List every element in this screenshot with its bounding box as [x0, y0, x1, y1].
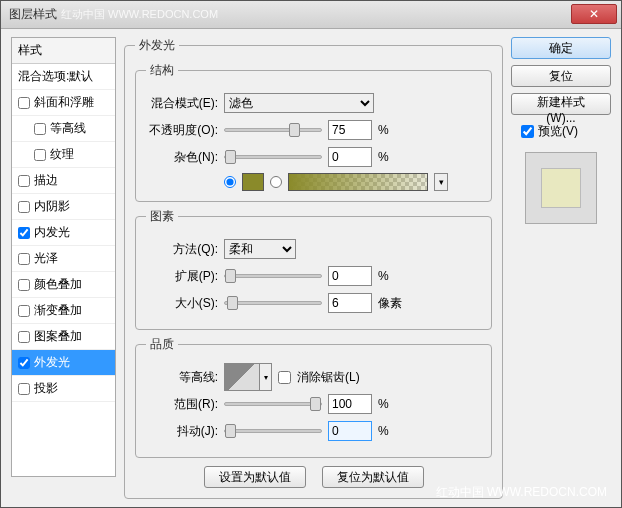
range-unit: % [378, 397, 408, 411]
sidebar-label-6: 内发光 [34, 224, 70, 241]
sidebar-item-0[interactable]: 混合选项:默认 [12, 64, 115, 90]
spread-label: 扩展(P): [146, 268, 218, 285]
technique-label: 方法(Q): [146, 241, 218, 258]
sidebar-label-9: 渐变叠加 [34, 302, 82, 319]
sidebar-item-8[interactable]: 颜色叠加 [12, 272, 115, 298]
contour-dropdown-icon[interactable]: ▾ [260, 363, 272, 391]
sidebar-item-1[interactable]: 斜面和浮雕 [12, 90, 115, 116]
gradient-dropdown-icon[interactable]: ▾ [434, 173, 448, 191]
sidebar-checkbox-8[interactable] [18, 279, 30, 291]
new-style-button[interactable]: 新建样式(W)... [511, 93, 611, 115]
jitter-slider[interactable] [224, 429, 322, 433]
blend-mode-select[interactable]: 滤色 [224, 93, 374, 113]
ok-button[interactable]: 确定 [511, 37, 611, 59]
sidebar-checkbox-1[interactable] [18, 97, 30, 109]
range-input[interactable] [328, 394, 372, 414]
sidebar-item-10[interactable]: 图案叠加 [12, 324, 115, 350]
sidebar-header[interactable]: 样式 [12, 38, 115, 64]
sidebar-checkbox-5[interactable] [18, 201, 30, 213]
quality-group: 品质 等高线: ▾ 消除锯齿(L) 范围(R): [135, 336, 492, 458]
sidebar-checkbox-9[interactable] [18, 305, 30, 317]
size-unit: 像素 [378, 295, 408, 312]
right-panel: 确定 复位 新建样式(W)... 预览(V) [511, 37, 611, 477]
sidebar-label-5: 内阴影 [34, 198, 70, 215]
dialog-body: 样式 混合选项:默认斜面和浮雕等高线纹理描边内阴影内发光光泽颜色叠加渐变叠加图案… [1, 29, 621, 507]
sidebar-checkbox-7[interactable] [18, 253, 30, 265]
size-slider[interactable] [224, 301, 322, 305]
sidebar-label-11: 外发光 [34, 354, 70, 371]
sidebar-label-12: 投影 [34, 380, 58, 397]
sidebar-item-11[interactable]: 外发光 [12, 350, 115, 376]
watermark-top: 红动中国 WWW.REDOCN.COM [61, 7, 218, 22]
sidebar-item-2[interactable]: 等高线 [12, 116, 115, 142]
sidebar-checkbox-4[interactable] [18, 175, 30, 187]
sidebar-item-9[interactable]: 渐变叠加 [12, 298, 115, 324]
spread-slider[interactable] [224, 274, 322, 278]
opacity-label: 不透明度(O): [146, 122, 218, 139]
sidebar-checkbox-11[interactable] [18, 357, 30, 369]
jitter-unit: % [378, 424, 408, 438]
spread-unit: % [378, 269, 408, 283]
opacity-input[interactable] [328, 120, 372, 140]
contour-preview[interactable] [224, 363, 260, 391]
solid-color-radio[interactable] [224, 176, 236, 188]
size-label: 大小(S): [146, 295, 218, 312]
opacity-slider[interactable] [224, 128, 322, 132]
sidebar-item-4[interactable]: 描边 [12, 168, 115, 194]
sidebar-label-10: 图案叠加 [34, 328, 82, 345]
sidebar-item-6[interactable]: 内发光 [12, 220, 115, 246]
styles-sidebar: 样式 混合选项:默认斜面和浮雕等高线纹理描边内阴影内发光光泽颜色叠加渐变叠加图案… [11, 37, 116, 477]
set-default-button[interactable]: 设置为默认值 [204, 466, 306, 488]
sidebar-label-3: 纹理 [50, 146, 74, 163]
close-button[interactable]: ✕ [571, 4, 617, 24]
preview-box [525, 152, 597, 224]
spread-input[interactable] [328, 266, 372, 286]
range-slider[interactable] [224, 402, 322, 406]
sidebar-checkbox-6[interactable] [18, 227, 30, 239]
size-input[interactable] [328, 293, 372, 313]
preview-label: 预览(V) [538, 123, 578, 140]
sidebar-checkbox-3[interactable] [34, 149, 46, 161]
antialias-checkbox[interactable] [278, 371, 291, 384]
blend-mode-label: 混合模式(E): [146, 95, 218, 112]
jitter-input[interactable] [328, 421, 372, 441]
panel-title: 外发光 [135, 37, 179, 54]
technique-select[interactable]: 柔和 [224, 239, 296, 259]
sidebar-label-0: 混合选项:默认 [18, 68, 93, 85]
window-title: 图层样式 [9, 6, 57, 23]
elements-legend: 图素 [146, 208, 178, 225]
sidebar-checkbox-2[interactable] [34, 123, 46, 135]
watermark-bottom: 红动中国 WWW.REDOCN.COM [436, 484, 607, 501]
sidebar-checkbox-10[interactable] [18, 331, 30, 343]
quality-legend: 品质 [146, 336, 178, 353]
sidebar-item-5[interactable]: 内阴影 [12, 194, 115, 220]
color-swatch[interactable] [242, 173, 264, 191]
preview-checkbox[interactable] [521, 125, 534, 138]
sidebar-label-2: 等高线 [50, 120, 86, 137]
reset-default-button[interactable]: 复位为默认值 [322, 466, 424, 488]
jitter-label: 抖动(J): [146, 423, 218, 440]
cancel-button[interactable]: 复位 [511, 65, 611, 87]
structure-group: 结构 混合模式(E): 滤色 不透明度(O): % 杂色(N): [135, 62, 492, 202]
sidebar-item-7[interactable]: 光泽 [12, 246, 115, 272]
main-panel: 外发光 结构 混合模式(E): 滤色 不透明度(O): % 杂色(N): [116, 37, 511, 477]
gradient-radio[interactable] [270, 176, 282, 188]
gradient-swatch[interactable] [288, 173, 428, 191]
opacity-unit: % [378, 123, 408, 137]
outer-glow-fieldset: 外发光 结构 混合模式(E): 滤色 不透明度(O): % 杂色(N): [124, 37, 503, 499]
sidebar-label-8: 颜色叠加 [34, 276, 82, 293]
antialias-label: 消除锯齿(L) [297, 369, 360, 386]
preview-swatch [541, 168, 581, 208]
sidebar-checkbox-12[interactable] [18, 383, 30, 395]
noise-input[interactable] [328, 147, 372, 167]
structure-legend: 结构 [146, 62, 178, 79]
sidebar-label-7: 光泽 [34, 250, 58, 267]
sidebar-label-4: 描边 [34, 172, 58, 189]
sidebar-item-12[interactable]: 投影 [12, 376, 115, 402]
noise-slider[interactable] [224, 155, 322, 159]
sidebar-item-3[interactable]: 纹理 [12, 142, 115, 168]
titlebar[interactable]: 图层样式 红动中国 WWW.REDOCN.COM ✕ [1, 1, 621, 29]
sidebar-label-1: 斜面和浮雕 [34, 94, 94, 111]
noise-label: 杂色(N): [146, 149, 218, 166]
noise-unit: % [378, 150, 408, 164]
